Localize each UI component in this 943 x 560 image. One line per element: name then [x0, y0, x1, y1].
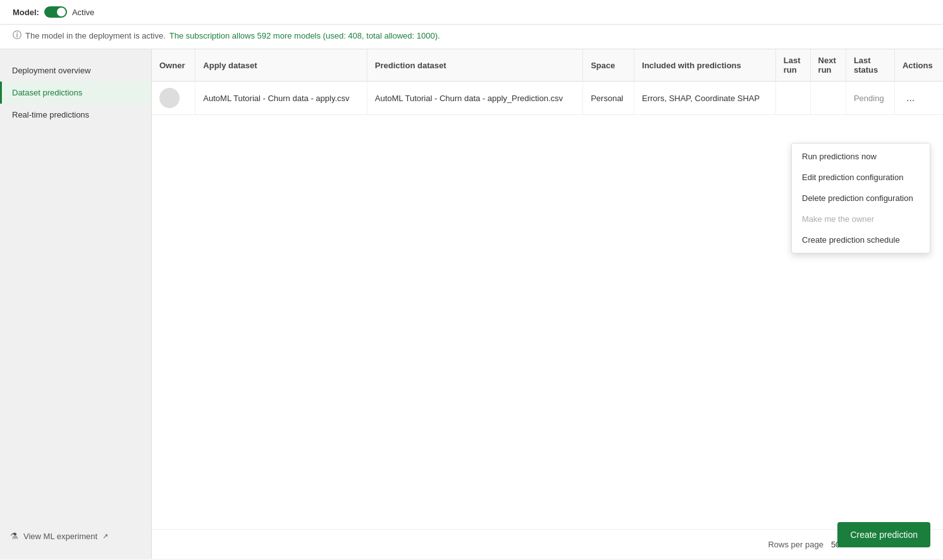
table-row: AutoML Tutorial - Churn data - apply.csv…: [152, 82, 943, 115]
predictions-table: Owner Apply dataset Prediction dataset S…: [152, 49, 943, 115]
external-link-icon: ↗: [102, 532, 108, 540]
model-label: Model:: [13, 8, 39, 17]
rows-per-page-label: Rows per page: [768, 540, 823, 549]
col-prediction-dataset: Prediction dataset: [367, 49, 582, 82]
create-prediction-button[interactable]: Create prediction: [837, 522, 930, 547]
sidebar-nav: Deployment overview Dataset predictions …: [0, 59, 151, 126]
avatar: [159, 88, 180, 108]
col-space: Space: [583, 49, 634, 82]
dropdown-make-owner: Make me the owner: [792, 209, 930, 229]
dropdown-edit-prediction[interactable]: Edit prediction configuration: [792, 167, 930, 188]
dropdown-delete-prediction[interactable]: Delete prediction configuration: [792, 188, 930, 209]
cell-last-run: [775, 82, 810, 115]
col-included-with-predictions: Included with predictions: [634, 49, 776, 82]
experiment-icon: ⚗: [10, 531, 18, 541]
active-status: Active: [72, 8, 94, 17]
content-area: Owner Apply dataset Prediction dataset S…: [152, 49, 943, 559]
col-last-status: Laststatus: [846, 49, 894, 82]
table-header-row: Owner Apply dataset Prediction dataset S…: [152, 49, 943, 82]
actions-dropdown: Run predictions now Edit prediction conf…: [791, 143, 930, 253]
view-ml-experiment-link[interactable]: ⚗ View ML experiment ↗: [0, 523, 151, 549]
cell-actions[interactable]: ...: [894, 82, 943, 115]
cell-apply-dataset: AutoML Tutorial - Churn data - apply.csv: [195, 82, 367, 115]
top-bar: Model: Active: [0, 0, 943, 25]
sidebar-item-dataset-predictions[interactable]: Dataset predictions: [0, 82, 151, 104]
model-toggle[interactable]: [44, 6, 67, 18]
cell-next-run: [810, 82, 846, 115]
table-container: Owner Apply dataset Prediction dataset S…: [152, 49, 943, 529]
col-last-run: Lastrun: [775, 49, 810, 82]
dropdown-run-predictions[interactable]: Run predictions now: [792, 146, 930, 167]
dropdown-create-schedule[interactable]: Create prediction schedule: [792, 229, 930, 250]
sidebar-item-realtime-predictions[interactable]: Real-time predictions: [0, 104, 151, 126]
sidebar: Deployment overview Dataset predictions …: [0, 49, 152, 559]
main-layout: Deployment overview Dataset predictions …: [0, 49, 943, 559]
cell-owner: [152, 82, 195, 115]
actions-menu-button[interactable]: ...: [903, 91, 918, 105]
col-actions: Actions: [894, 49, 943, 82]
cell-last-status: Pending: [846, 82, 894, 115]
info-icon: ⓘ: [13, 30, 22, 41]
cell-included-with-predictions: Errors, SHAP, Coordinate SHAP: [634, 82, 776, 115]
info-bar: ⓘ The model in the deployment is active.…: [0, 25, 943, 49]
footer-bar: Rows per page 50 ▾ 1–1 of 1 ‹ ›: [152, 529, 943, 559]
sidebar-item-deployment-overview[interactable]: Deployment overview: [0, 59, 151, 82]
col-owner: Owner: [152, 49, 195, 82]
col-next-run: Nextrun: [810, 49, 846, 82]
cell-prediction-dataset: AutoML Tutorial - Churn data - apply_Pre…: [367, 82, 582, 115]
cell-space: Personal: [583, 82, 634, 115]
col-apply-dataset: Apply dataset: [195, 49, 367, 82]
create-prediction-container: Create prediction: [837, 522, 930, 547]
info-text-green: The subscription allows 592 more models …: [169, 31, 440, 40]
info-text-start: The model in the deployment is active.: [25, 31, 166, 40]
